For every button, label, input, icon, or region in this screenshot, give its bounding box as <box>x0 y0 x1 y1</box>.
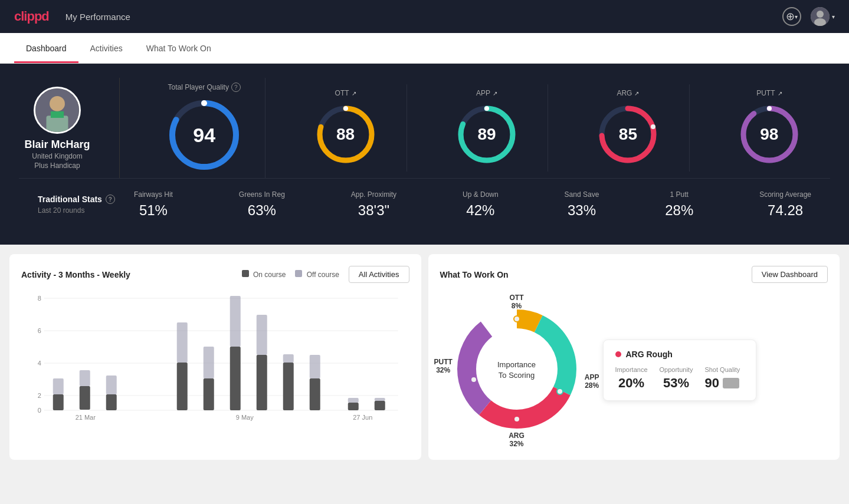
off-course-legend: Off course <box>295 270 339 279</box>
stat-fairways-hit: Fairways Hit 51% <box>134 190 173 219</box>
svg-rect-54 <box>375 398 385 401</box>
svg-rect-42 <box>204 347 214 378</box>
arg-rough-tooltip: ARG Rough Importance 20% Opportunity 53%… <box>603 340 756 401</box>
svg-rect-38 <box>106 375 117 394</box>
info-icon[interactable]: ? <box>231 83 241 92</box>
total-quality-gauge: 94 <box>166 97 242 173</box>
stat-proximity-label: App. Proximity <box>351 190 396 199</box>
header: clippd My Performance ⊕ ▾ ▾ <box>0 0 849 33</box>
svg-rect-53 <box>375 401 385 410</box>
svg-rect-34 <box>53 378 64 394</box>
app-block: APP ↗ 89 <box>426 84 548 172</box>
svg-point-22 <box>767 106 772 111</box>
svg-point-9 <box>201 100 207 106</box>
opportunity-metric: Opportunity 53% <box>660 366 693 391</box>
trad-info-icon[interactable]: ? <box>106 195 115 204</box>
tooltip-dot <box>615 351 621 357</box>
opportunity-label: Opportunity <box>660 366 693 373</box>
importance-label: Importance <box>615 366 648 373</box>
ott-gauge: 88 <box>313 102 378 167</box>
chart-legend: On course Off course <box>242 270 339 279</box>
vertical-divider <box>119 78 120 178</box>
svg-point-63 <box>514 316 520 322</box>
svg-rect-36 <box>80 370 90 386</box>
avatar-area[interactable]: ▾ <box>811 7 835 26</box>
svg-text:0: 0 <box>38 407 41 414</box>
activity-chart-title: Activity - 3 Months - Weekly <box>21 270 130 279</box>
view-dashboard-button[interactable]: View Dashboard <box>752 266 828 283</box>
ott-title: OTT <box>335 89 349 97</box>
arg-value: 85 <box>619 125 637 144</box>
stat-oneputt-value: 28% <box>665 202 693 219</box>
stat-sand-save: Sand Save 33% <box>565 190 599 219</box>
svg-rect-35 <box>80 386 90 410</box>
player-avatar <box>34 87 81 134</box>
svg-rect-52 <box>348 398 359 403</box>
on-course-legend: On course <box>242 270 286 279</box>
activity-chart-svg: 8 6 4 2 0 <box>21 292 409 422</box>
svg-point-64 <box>557 388 563 394</box>
total-quality-block: Total Player Quality ? 94 <box>143 78 265 178</box>
stat-scoring-avg: Scoring Average 74.28 <box>759 190 811 219</box>
svg-rect-41 <box>204 378 214 410</box>
add-button[interactable]: ⊕ ▾ <box>782 7 801 26</box>
svg-rect-47 <box>283 363 294 410</box>
svg-rect-43 <box>230 347 241 410</box>
svg-point-1 <box>817 11 824 18</box>
svg-text:2: 2 <box>38 392 41 399</box>
tooltip-title: ARG Rough <box>615 350 744 359</box>
tab-what-to-work-on[interactable]: What To Work On <box>135 33 223 63</box>
arg-gauge: 85 <box>595 102 660 167</box>
svg-rect-49 <box>310 378 320 410</box>
ott-value: 88 <box>336 125 355 144</box>
app-gauge: 89 <box>454 102 519 167</box>
arg-title: ARG <box>617 89 632 97</box>
putt-title: PUTT <box>756 89 775 97</box>
importance-metric: Importance 20% <box>615 366 648 391</box>
donut-center-text: Importance To Scoring <box>497 360 536 381</box>
on-course-legend-dot <box>242 270 249 277</box>
opportunity-value: 53% <box>660 375 693 391</box>
traditional-stats: Traditional Stats ? Last 20 rounds Fairw… <box>19 178 830 230</box>
what-to-work-on-panel: What To Work On View Dashboard <box>428 254 840 460</box>
svg-text:4: 4 <box>38 360 41 367</box>
stat-app-proximity: App. Proximity 38'3" <box>351 190 396 219</box>
trad-stats-subtitle: Last 20 rounds <box>38 206 115 215</box>
shot-quality-value: 90 <box>704 375 719 391</box>
stat-sandsave-value: 33% <box>565 202 599 219</box>
shot-quality-badge <box>723 378 739 388</box>
all-activities-button[interactable]: All Activities <box>349 266 409 283</box>
stat-updown-value: 42% <box>463 202 499 219</box>
ott-donut-label: OTT 8% <box>510 294 524 310</box>
app-title: APP <box>476 89 490 97</box>
tab-activities[interactable]: Activities <box>78 33 135 63</box>
putt-donut-label: PUTT 32% <box>434 358 453 374</box>
wtwo-header: What To Work On View Dashboard <box>440 266 828 283</box>
stat-greens-value: 63% <box>239 202 285 219</box>
putt-block: PUTT ↗ 98 <box>709 84 830 172</box>
stat-one-putt: 1 Putt 28% <box>665 190 693 219</box>
svg-rect-37 <box>106 394 117 410</box>
player-name: Blair McHarg <box>24 139 90 151</box>
ott-label: OTT ↗ <box>335 89 356 97</box>
donut-wrapper: Importance To Scoring OTT 8% APP 28% ARG… <box>440 292 594 448</box>
tab-dashboard[interactable]: Dashboard <box>14 33 78 63</box>
bottom-section: Activity - 3 Months - Weekly On course O… <box>0 245 849 469</box>
total-quality-title: Total Player Quality <box>168 83 229 91</box>
svg-text:21 Mar: 21 Mar <box>76 414 96 421</box>
arg-label: ARG ↗ <box>617 89 639 97</box>
wtwo-content: Importance To Scoring OTT 8% APP 28% ARG… <box>440 292 828 448</box>
svg-point-19 <box>651 124 655 129</box>
shot-quality-metric: Shot Quality 90 <box>704 366 740 391</box>
arg-donut-label: ARG 32% <box>509 431 525 448</box>
stat-fairways-hit-value: 51% <box>134 202 173 219</box>
stat-sandsave-label: Sand Save <box>565 190 599 199</box>
activity-chart-area: 8 6 4 2 0 <box>21 292 409 422</box>
svg-rect-46 <box>257 315 267 355</box>
activity-chart-header: Activity - 3 Months - Weekly On course O… <box>21 266 409 283</box>
header-left: clippd My Performance <box>14 9 130 24</box>
svg-text:8: 8 <box>38 295 41 302</box>
svg-point-5 <box>50 95 65 111</box>
total-quality-value: 94 <box>193 124 215 147</box>
hero-section: Blair McHarg United Kingdom Plus Handica… <box>0 64 849 245</box>
